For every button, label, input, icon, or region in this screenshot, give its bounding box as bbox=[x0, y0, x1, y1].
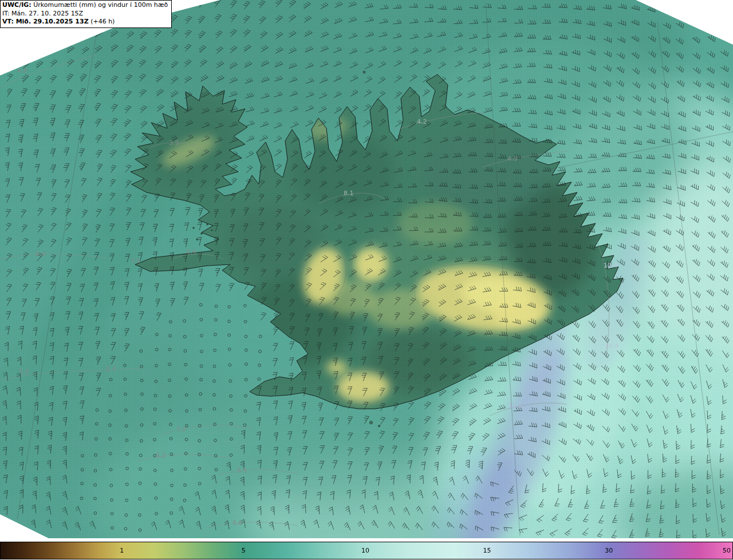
contour-label: 6.2 bbox=[156, 452, 166, 459]
forecast-hour-text: (+46 h) bbox=[89, 18, 115, 25]
weather-map-screen: 4.83.94.24.98.16.04.43.610.45.45.410.411… bbox=[0, 0, 733, 560]
colorbar-tick-label: 1 bbox=[120, 547, 124, 554]
map-title-text: Úrkomumætti (mm) og vindur í 100m hæð bbox=[31, 1, 168, 9]
contour-label: 4.9 bbox=[507, 155, 518, 163]
contour-label: 11.2 bbox=[509, 402, 523, 409]
valid-time-text: VT: Mið. 29.10.2025 13Z bbox=[2, 18, 89, 25]
contour-label: 10.4 bbox=[605, 342, 619, 350]
contour-label: 4.2 bbox=[417, 118, 427, 125]
contour-label: 3.6 bbox=[131, 257, 141, 265]
contour-label: 4.4 bbox=[186, 248, 196, 255]
contour-label: 4.8 bbox=[17, 67, 27, 74]
colorbar-tick-label: 10 bbox=[361, 547, 369, 554]
contour-label: 5.4 bbox=[106, 365, 116, 373]
colorbar-tick-label: 50 bbox=[723, 547, 731, 554]
precipitation-colorbar: 1510153050 bbox=[0, 542, 733, 559]
colorbar-tick-label: 30 bbox=[605, 547, 613, 554]
weather-map: 4.83.94.24.98.16.04.43.610.45.45.410.411… bbox=[0, 0, 733, 560]
colorbar-tick-label: 15 bbox=[483, 547, 491, 554]
contour-label: 5.4 bbox=[19, 368, 29, 375]
contour-label: 8.1 bbox=[344, 190, 354, 197]
init-time-line: IT: Mán. 27. 10. 2025 15Z bbox=[2, 10, 168, 18]
map-title-line: UWC/IG: Úrkomumætti (mm) og vindur í 100… bbox=[2, 1, 168, 10]
valid-time-line: VT: Mið. 29.10.2025 13Z (+46 h) bbox=[2, 18, 168, 26]
contour-label: 10.4 bbox=[604, 262, 618, 269]
dither-texture bbox=[0, 0, 733, 538]
contour-label: 7.2 bbox=[176, 425, 187, 433]
colorbar-tick-label: 5 bbox=[242, 547, 246, 554]
contour-label: 3.9 bbox=[169, 139, 179, 147]
contour-label: 5.5 bbox=[237, 467, 247, 474]
map-title-box: UWC/IG: Úrkomumætti (mm) og vindur í 100… bbox=[0, 0, 172, 28]
contour-label: 5.6 bbox=[232, 519, 243, 527]
contour-label: 6.0 bbox=[36, 250, 46, 258]
model-id-label: UWC/IG: bbox=[2, 1, 31, 9]
